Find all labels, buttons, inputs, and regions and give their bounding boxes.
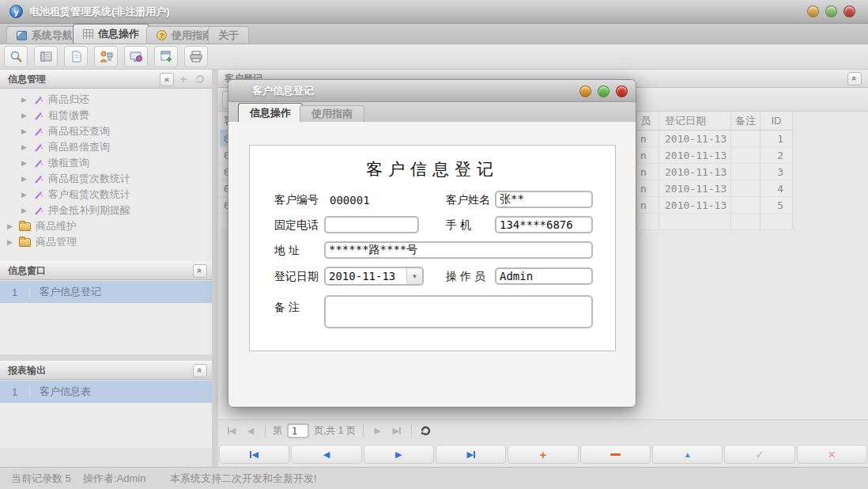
expand-arrow-icon[interactable]: ▶ [21, 191, 28, 199]
dialog-tab-guide[interactable]: 使用指南 [300, 105, 364, 122]
cell-reg-date: 2010-11-13 [659, 131, 731, 146]
record-add-button[interactable]: + [508, 445, 578, 464]
dialog-maximize-button[interactable] [598, 85, 609, 97]
tree-folder-goods-manage[interactable]: ▶ 商品管理 [0, 234, 212, 250]
expand-arrow-icon[interactable]: ▶ [21, 143, 28, 151]
add-icon[interactable]: + [176, 73, 191, 86]
tree-item-label: 商品赔偿查询 [48, 140, 110, 154]
record-delete-button[interactable] [580, 445, 651, 464]
expand-arrow-icon[interactable]: ▶ [21, 96, 28, 104]
dialog-close-button[interactable] [616, 85, 628, 97]
expand-arrow-icon[interactable]: ▶ [21, 175, 28, 183]
customer-name-field[interactable] [495, 191, 593, 208]
record-cancel-button[interactable]: ✕ [797, 445, 867, 464]
collapse-section-button[interactable]: « [193, 264, 207, 278]
tree-item-goods-rent-stats[interactable]: ▶ 商品租赁次数统计 [0, 171, 212, 187]
printer-button[interactable] [184, 46, 208, 67]
landline-field[interactable] [324, 216, 419, 233]
col-header-reg-date[interactable]: 登记日期 [659, 112, 731, 130]
tool-icon [33, 206, 43, 216]
document-button[interactable] [64, 46, 88, 67]
remark-field[interactable] [324, 295, 593, 328]
list-item-customer-report[interactable]: 1 客户信息表 [0, 381, 212, 403]
tab-about[interactable]: 关于 [208, 26, 249, 44]
address-field[interactable] [324, 241, 593, 259]
window-add-button[interactable] [154, 46, 178, 67]
prev-page-button[interactable]: ◀ [243, 424, 258, 438]
expand-arrow-icon[interactable]: ▶ [21, 207, 28, 214]
search-button[interactable] [4, 46, 28, 67]
next-page-button[interactable]: ▶ [371, 424, 385, 438]
tree-item-rent-return-query[interactable]: ▶ 商品租还查询 [0, 123, 212, 139]
mobile-field[interactable] [495, 216, 593, 233]
cell-remark [731, 131, 760, 146]
operator-label: 操作者:Admin [83, 472, 145, 486]
list-item-label: 客户信息登记 [30, 285, 101, 299]
landline-label: 固定电话 [274, 218, 319, 233]
user-report-button[interactable] [94, 46, 118, 67]
expand-arrow-icon[interactable]: ▶ [21, 112, 28, 119]
page-suffix-label: 页,共 1 页 [314, 424, 356, 438]
cell-remark [731, 164, 760, 180]
dialog-title: 客户信息登记 [252, 84, 314, 98]
dialog-minimize-button[interactable] [579, 85, 591, 97]
first-page-button[interactable]: ◀ [225, 424, 239, 438]
page-number-input[interactable] [287, 423, 309, 438]
tool-icon [33, 95, 43, 105]
record-confirm-button[interactable]: ✓ [724, 445, 794, 464]
record-count-label: 当前记录数 5 [11, 472, 71, 486]
refresh-icon[interactable] [193, 73, 207, 86]
close-button[interactable] [843, 6, 855, 17]
record-next-button[interactable]: ▶ [364, 445, 434, 464]
tree-item-compensation-query[interactable]: ▶ 商品赔偿查询 [0, 139, 212, 155]
expand-arrow-icon[interactable]: ▶ [7, 222, 14, 230]
cell-operator: n [637, 131, 659, 146]
cell-id: 5 [760, 197, 793, 213]
plus-icon: + [540, 448, 547, 461]
tree-item-customer-rent-stats[interactable]: ▶ 客户租赁次数统计 [0, 187, 212, 203]
tree-folder-goods-maintain[interactable]: ▶ 商品维护 [0, 218, 212, 234]
expand-arrow-icon[interactable]: ▶ [7, 238, 14, 246]
col-header-remark[interactable]: 备注 [731, 112, 760, 130]
dialog-tab-info-ops[interactable]: 信息操作 [238, 103, 303, 122]
report-output-header: 报表输出 « [0, 361, 212, 380]
collapse-section-button[interactable]: « [193, 364, 207, 377]
minimize-button[interactable] [807, 6, 819, 17]
last-page-button[interactable]: ▶ [390, 424, 404, 438]
cell-reg-date: 2010-11-13 [659, 180, 731, 196]
record-first-button[interactable]: ◀ [219, 445, 289, 464]
tab-info-ops[interactable]: 信息操作 [73, 24, 149, 44]
collapse-sidebar-button[interactable]: « [160, 73, 174, 86]
table-view-button[interactable] [34, 46, 58, 67]
refresh-grid-button[interactable] [419, 424, 433, 438]
list-item-customer-registration[interactable]: 1 客户信息登记 [0, 281, 212, 303]
record-nav-toolbar: ◀ ◀ ▶ ▶ + ▲ ✓ ✕ [218, 445, 868, 465]
document-icon [70, 50, 83, 63]
col-header-operator[interactable]: 员 [637, 112, 659, 130]
collapse-panel-button[interactable]: « [847, 72, 862, 85]
col-header-id[interactable]: ID [760, 112, 793, 130]
splitter[interactable] [212, 70, 218, 467]
record-edit-button[interactable]: ▲ [652, 445, 723, 464]
tree-item-rent-payment-query[interactable]: ▶ 缴租查询 [0, 155, 212, 171]
check-icon: ✓ [756, 449, 764, 461]
customer-form-panel: 客户信息登记 客户编号 000001 客户姓名 固定电话 手 机 地 址 登记日… [249, 145, 616, 351]
maximize-button[interactable] [825, 6, 837, 17]
expand-arrow-icon[interactable]: ▶ [21, 127, 28, 135]
tree-item-rent-pay[interactable]: ▶ 租赁缴费 [0, 108, 212, 123]
record-last-button[interactable]: ▶ [436, 445, 506, 464]
chevron-down-icon[interactable]: ▼ [406, 268, 422, 284]
record-prev-button[interactable]: ◀ [291, 445, 361, 464]
screen-share-button[interactable] [124, 46, 148, 67]
tab-label: 关于 [218, 28, 239, 43]
report-output-title: 报表输出 [8, 364, 46, 377]
operator-field[interactable] [495, 267, 593, 285]
tree-item-goods-return[interactable]: ▶ 商品归还 [0, 92, 212, 108]
tree-item-deposit-reminder[interactable]: ▶ 押金抵补到期提醒 [0, 203, 212, 218]
tree-item-label: 押金抵补到期提醒 [48, 203, 130, 218]
reg-date-dropdown[interactable]: 2010-11-13 ▼ [324, 267, 424, 286]
cell-reg-date: 2010-11-13 [659, 197, 731, 213]
expand-arrow-icon[interactable]: ▶ [21, 159, 28, 167]
tab-system-nav[interactable]: 系统导航 [6, 26, 83, 44]
printer-icon [189, 50, 203, 63]
